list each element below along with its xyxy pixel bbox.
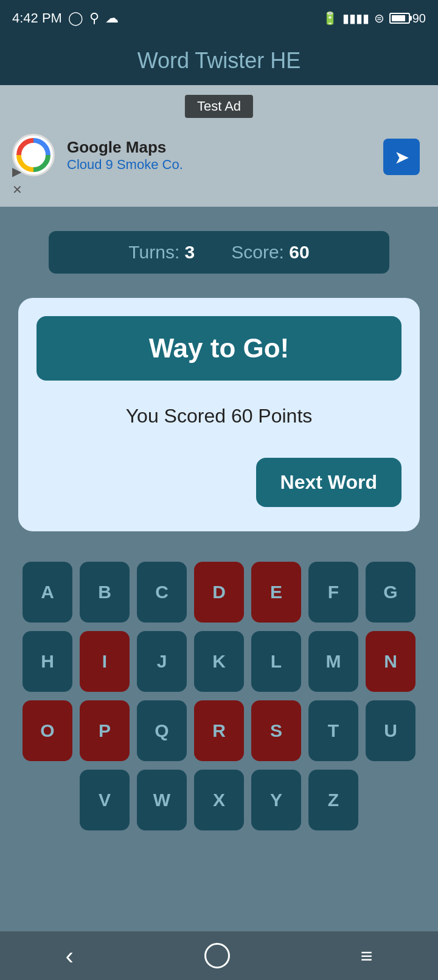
battery-icon [389, 13, 410, 24]
ad-play-icon[interactable]: ▶ [12, 164, 23, 179]
turns-label: Turns: [128, 242, 179, 262]
keyboard-area: ABCDEFGHIJKLMNOPQRSTUVWXYZ [0, 550, 438, 843]
ad-controls: ▶ ✕ [12, 164, 23, 197]
keyboard-row-0: ABCDEFG [23, 562, 415, 623]
usb-icon: ⚲ [89, 10, 99, 26]
turns-value: 3 [185, 242, 195, 262]
ad-arrow-button[interactable]: ➤ [383, 139, 420, 175]
status-right: 🔋 ▮▮▮▮ ⊜ 90 [322, 11, 426, 26]
ad-label: Test Ad [185, 95, 253, 118]
keyboard-row-3: VWXYZ [80, 770, 358, 830]
signal-icon: ▮▮▮▮ [342, 11, 369, 26]
key-p[interactable]: P [80, 700, 130, 761]
key-z[interactable]: Z [308, 770, 358, 830]
key-x[interactable]: X [194, 770, 244, 830]
key-q[interactable]: Q [137, 700, 187, 761]
next-word-button[interactable]: Next Word [256, 458, 401, 507]
back-button[interactable]: ‹ [65, 942, 73, 970]
svg-point-1 [27, 149, 40, 161]
score-label: Score: [231, 242, 284, 262]
title-bar: Word Twister HE [0, 36, 438, 85]
key-e[interactable]: E [251, 562, 301, 623]
key-g[interactable]: G [366, 562, 415, 623]
key-j[interactable]: J [137, 631, 187, 692]
modal-header: Way to Go! [36, 316, 401, 381]
key-t[interactable]: T [308, 700, 358, 761]
keyboard-row-2: OPQRSTU [23, 700, 415, 761]
app-title: Word Twister HE [137, 48, 301, 74]
vibrate-icon: 🔋 [322, 11, 338, 26]
key-r[interactable]: R [194, 700, 244, 761]
time-display: 4:42 PM [12, 10, 62, 26]
key-w[interactable]: W [137, 770, 187, 830]
battery-level: 90 [412, 12, 426, 26]
key-u[interactable]: U [366, 700, 415, 761]
key-b[interactable]: B [80, 562, 130, 623]
status-left: 4:42 PM ◯ ⚲ ☁ [12, 10, 119, 26]
cloud-icon: ☁ [105, 10, 119, 26]
key-k[interactable]: K [194, 631, 244, 692]
key-m[interactable]: M [308, 631, 358, 692]
key-c[interactable]: C [137, 562, 187, 623]
score-bar: Turns: 3 Score: 60 [49, 231, 389, 274]
modal-dialog: Way to Go! You Scored 60 Points Next Wor… [18, 298, 420, 531]
ad-close-icon[interactable]: ✕ [12, 182, 23, 197]
key-v[interactable]: V [80, 770, 130, 830]
menu-button[interactable]: ≡ [361, 944, 373, 968]
key-d[interactable]: D [194, 562, 244, 623]
modal-title: Way to Go! [149, 333, 290, 363]
home-button[interactable] [204, 943, 230, 968]
key-s[interactable]: S [251, 700, 301, 761]
key-f[interactable]: F [308, 562, 358, 623]
key-a[interactable]: A [23, 562, 72, 623]
key-o[interactable]: O [23, 700, 72, 761]
score-value: 60 [289, 242, 309, 262]
key-n[interactable]: N [366, 631, 415, 692]
status-bar: 4:42 PM ◯ ⚲ ☁ 🔋 ▮▮▮▮ ⊜ 90 [0, 0, 438, 36]
keyboard-row-1: HIJKLMN [23, 631, 415, 692]
ad-company-name: Google Maps [67, 138, 183, 157]
key-h[interactable]: H [23, 631, 72, 692]
wifi-icon: ⊜ [374, 11, 384, 26]
whatsapp-icon: ◯ [68, 10, 83, 26]
key-l[interactable]: L [251, 631, 301, 692]
turns-display: Turns: 3 [128, 242, 195, 263]
battery-container: 90 [389, 12, 426, 26]
score-display: Score: 60 [231, 242, 309, 263]
bottom-nav: ‹ ≡ [0, 931, 438, 980]
key-i[interactable]: I [80, 631, 130, 692]
ad-content: Google Maps Cloud 9 Smoke Co. [12, 134, 183, 176]
ad-subtitle: Cloud 9 Smoke Co. [67, 157, 183, 173]
key-y[interactable]: Y [251, 770, 301, 830]
ad-banner[interactable]: Test Ad Google Maps Cloud 9 Smoke Co. ➤ … [0, 85, 438, 207]
ad-text: Google Maps Cloud 9 Smoke Co. [67, 138, 183, 173]
modal-score-text: You Scored 60 Points [126, 405, 313, 427]
